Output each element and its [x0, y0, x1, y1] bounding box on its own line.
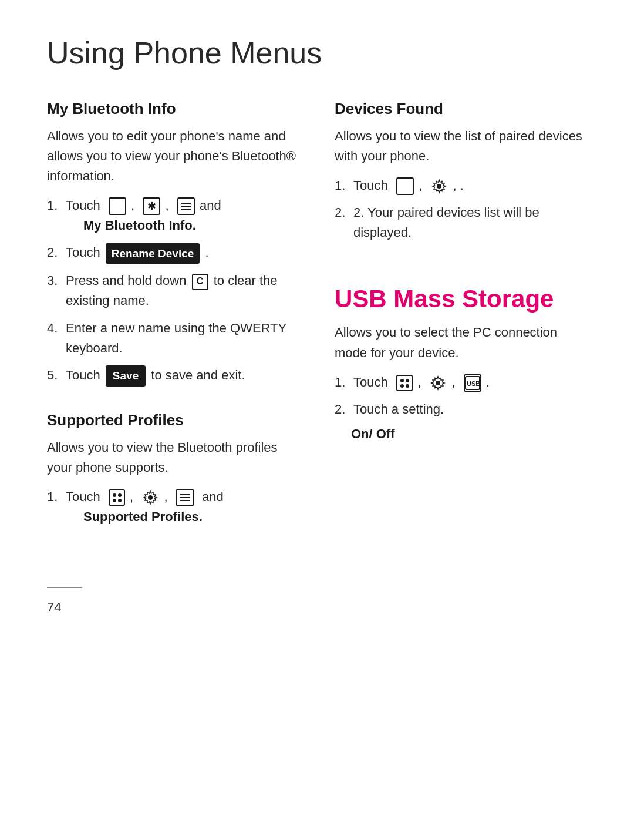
gear-icon [429, 374, 447, 392]
supported-profiles-body: Allows you to view the Bluetooth profile… [47, 438, 299, 478]
save-button-label: Save [106, 365, 146, 386]
blank-icon [396, 177, 414, 195]
left-column: My Bluetooth Info Allows you to edit you… [47, 100, 299, 552]
step-content: Enter a new name using the QWERTY keyboa… [66, 318, 299, 358]
step-content: 2. Your paired devices list will be disp… [353, 203, 587, 243]
step-content: Touch , , and [66, 487, 299, 527]
step-content: Touch Rename Device . [66, 243, 299, 264]
step-content: Touch Save to save and exit. [66, 365, 299, 387]
step-content: Touch , , . [353, 176, 587, 196]
step-5-save: 5. Touch Save to save and exit. [47, 365, 299, 387]
devices-found-body: Allows you to view the list of paired de… [335, 126, 587, 166]
c-icon: C [192, 274, 208, 290]
step-1-devices-found: 1. Touch , , . [335, 176, 587, 196]
dots-grid-icon [109, 489, 125, 506]
step-content: Touch a setting. [353, 399, 587, 419]
usb-icon: USB [464, 374, 481, 392]
step-1-bluetooth-info: 1. Touch , ✱ , and My Bluetooth Info. [47, 196, 299, 236]
step-num: 1. [335, 372, 351, 392]
step-num: 2. [335, 203, 351, 223]
step-content: Press and hold down C to clear the exist… [66, 271, 299, 311]
section-usb-mass-storage: USB Mass Storage Allows you to select th… [335, 267, 587, 441]
svg-point-0 [148, 495, 153, 500]
step-2-rename: 2. Touch Rename Device . [47, 243, 299, 264]
section-devices-found: Devices Found Allows you to view the lis… [335, 100, 587, 250]
blank-icon [109, 197, 126, 215]
step-num: 1. [47, 487, 63, 507]
menu-icon [177, 197, 195, 215]
menu-icon [176, 489, 194, 506]
step-num: 1. [335, 176, 351, 196]
step-num: 1. [47, 196, 63, 216]
step-2-devices-found: 2. 2. Your paired devices list will be d… [335, 203, 587, 243]
step-num: 4. [47, 318, 63, 338]
right-column: Devices Found Allows you to view the lis… [335, 100, 587, 552]
rename-device-button: Rename Device [106, 243, 200, 264]
devices-found-heading: Devices Found [335, 100, 587, 118]
dots-grid-icon [396, 375, 413, 391]
section-my-bluetooth-info: My Bluetooth Info Allows you to edit you… [47, 100, 299, 394]
usb-mass-storage-body: Allows you to select the PC connection m… [335, 322, 587, 362]
my-bluetooth-info-body: Allows you to edit your phone's name and… [47, 126, 299, 186]
step-1-supported-profiles: 1. Touch , , [47, 487, 299, 527]
step-content: Touch , , U [353, 372, 587, 392]
usb-mass-storage-title: USB Mass Storage [335, 285, 587, 313]
step-2-usb: 2. Touch a setting. [335, 399, 587, 419]
my-bluetooth-info-label: My Bluetooth Info. [83, 216, 299, 236]
section-supported-profiles: Supported Profiles Allows you to view th… [47, 411, 299, 534]
gear-icon [141, 489, 159, 506]
footer-divider [47, 587, 82, 588]
page-title: Using Phone Menus [47, 35, 587, 70]
step-4-new-name: 4. Enter a new name using the QWERTY key… [47, 318, 299, 358]
step-num: 5. [47, 365, 63, 385]
svg-text:USB: USB [467, 380, 480, 387]
footer: 74 [47, 587, 587, 615]
svg-point-1 [437, 184, 441, 189]
supported-profiles-heading: Supported Profiles [47, 411, 299, 429]
step-1-usb: 1. Touch , , [335, 372, 587, 392]
page-number: 74 [47, 600, 61, 614]
on-off-label: On/ Off [351, 426, 587, 442]
supported-profiles-label: Supported Profiles. [83, 507, 299, 527]
gear-icon [430, 177, 448, 195]
step-3-clear: 3. Press and hold down C to clear the ex… [47, 271, 299, 311]
step-content: Touch , ✱ , and My Bluetooth Info. [66, 196, 299, 236]
step-num: 2. [47, 243, 63, 263]
step-num: 3. [47, 271, 63, 291]
step-num: 2. [335, 399, 351, 419]
my-bluetooth-info-heading: My Bluetooth Info [47, 100, 299, 118]
svg-point-2 [436, 381, 440, 385]
bluetooth-icon: ✱ [143, 197, 160, 215]
